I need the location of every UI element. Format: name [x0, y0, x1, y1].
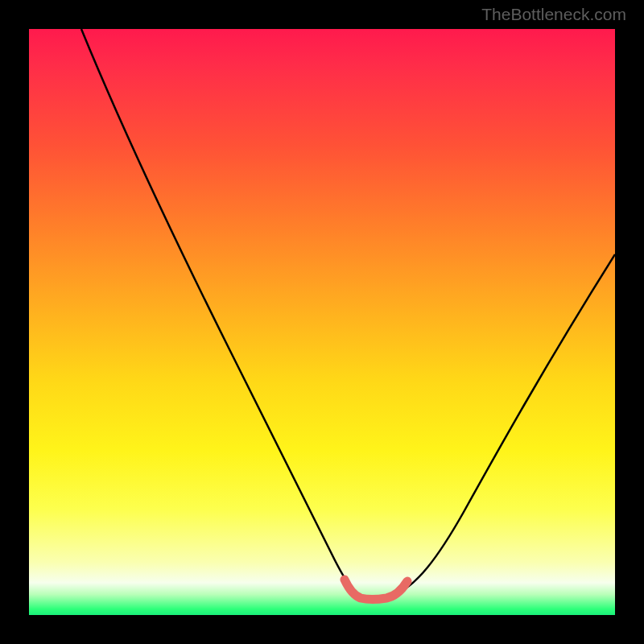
watermark-text: TheBottleneck.com: [481, 5, 626, 24]
black-curve: [81, 29, 615, 599]
plot-area: [29, 29, 615, 615]
pink-bottom-segment: [345, 580, 407, 600]
chart-frame: TheBottleneck.com: [0, 0, 644, 644]
curve-layer: [29, 29, 615, 615]
